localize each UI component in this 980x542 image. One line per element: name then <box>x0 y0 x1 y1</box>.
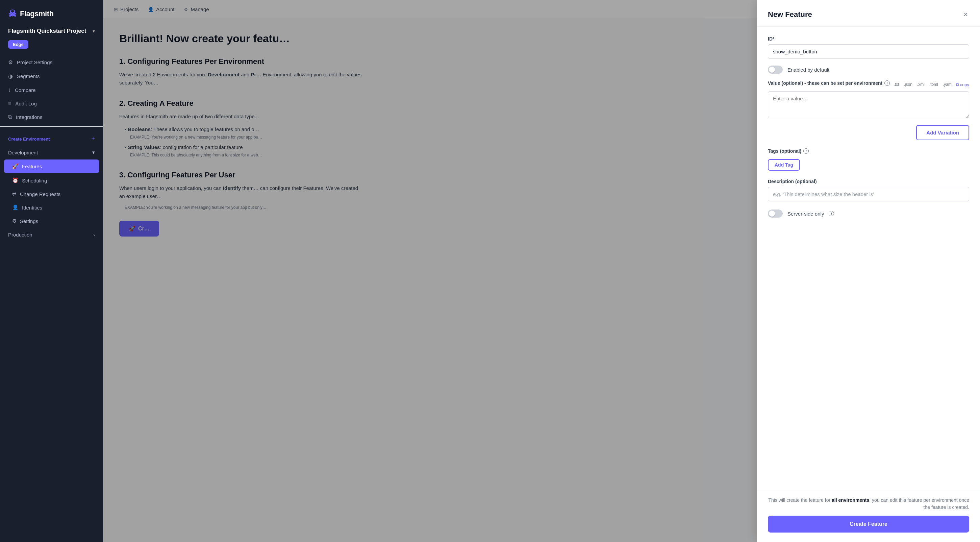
id-field-label: ID* <box>768 36 969 41</box>
id-field-group: ID* <box>768 36 969 59</box>
change-icon: ⇄ <box>12 191 17 197</box>
server-side-toggle-row: Server-side only i <box>768 209 969 218</box>
sidebar-item-label: Integrations <box>16 114 42 120</box>
footer-info: This will create the feature for all env… <box>768 497 969 511</box>
enabled-label: Enabled by default <box>788 67 829 73</box>
enabled-toggle-row: Enabled by default <box>768 65 969 74</box>
sidebar-item-segments[interactable]: ◑ Segments <box>0 69 103 83</box>
close-button[interactable]: × <box>962 10 969 19</box>
create-feature-button[interactable]: Create Feature <box>768 516 969 532</box>
format-toml[interactable]: .toml <box>928 82 940 87</box>
sidebar-item-compare[interactable]: ↕ Compare <box>0 83 103 97</box>
settings-label: Settings <box>20 218 38 224</box>
sidebar-item-label: Segments <box>17 73 40 79</box>
sidebar-item-settings[interactable]: ⚙ Settings <box>0 214 103 228</box>
sidebar: ☠ Flagsmith Flagsmith Quickstart Project… <box>0 0 103 542</box>
chevron-down-icon: ▾ <box>92 29 95 34</box>
features-label: Features <box>22 164 42 169</box>
modal-footer: This will create the feature for all env… <box>757 491 980 542</box>
sidebar-item-label: Audit Log <box>15 101 37 107</box>
chevron-down-icon: ▾ <box>92 149 95 155</box>
server-side-toggle[interactable] <box>768 209 783 218</box>
sidebar-item-label: Compare <box>15 87 36 93</box>
copy-label: copy <box>960 82 969 87</box>
sidebar-item-scheduling[interactable]: ⏰ Scheduling <box>0 174 103 187</box>
project-name: Flagsmith Quickstart Project <box>8 27 86 35</box>
info-icon[interactable]: i <box>885 80 890 86</box>
server-side-label: Server-side only <box>788 211 824 217</box>
modal-header: New Feature × <box>757 0 980 27</box>
scheduling-label: Scheduling <box>22 178 47 183</box>
modal-title: New Feature <box>768 10 812 19</box>
logo-area[interactable]: ☠ Flagsmith <box>0 0 103 26</box>
add-variation-button[interactable]: Add Variation <box>916 125 969 140</box>
clock-icon: ⏰ <box>12 177 19 183</box>
sidebar-item-audit-log[interactable]: ≡ Audit Log <box>0 97 103 110</box>
logo-text: Flagsmith <box>20 10 53 18</box>
plus-icon: + <box>91 136 95 143</box>
main-nav: ⚙ Project Settings ◑ Segments ↕ Compare … <box>0 56 103 124</box>
toggle-thumb <box>769 67 775 73</box>
project-selector[interactable]: Flagsmith Quickstart Project ▾ <box>0 26 103 40</box>
audit-icon: ≡ <box>8 100 11 107</box>
tags-info-icon[interactable]: i <box>803 148 809 154</box>
description-section: Description (optional) <box>768 179 969 201</box>
rocket-icon: 🚀 <box>12 163 19 169</box>
id-input[interactable] <box>768 44 969 59</box>
development-env-group: Development ▾ 🚀 Features ⏰ Scheduling ⇄ … <box>0 146 103 228</box>
server-toggle-thumb <box>769 210 775 217</box>
format-json[interactable]: .json <box>902 82 914 87</box>
sidebar-item-project-settings[interactable]: ⚙ Project Settings <box>0 56 103 69</box>
create-environment-section[interactable]: Create Environment + <box>0 129 103 145</box>
development-label: Development <box>8 150 38 155</box>
new-feature-modal: New Feature × ID* Enabled by default Val… <box>757 0 980 542</box>
enabled-toggle[interactable] <box>768 65 783 74</box>
sidebar-item-identities[interactable]: 👤 Identities <box>0 201 103 214</box>
create-environment-label: Create Environment <box>8 137 50 142</box>
development-env-header[interactable]: Development ▾ <box>0 146 103 159</box>
tags-section: Tags (optional) i Add Tag <box>768 148 969 171</box>
integrations-icon: ⧉ <box>8 114 12 120</box>
add-tag-button[interactable]: Add Tag <box>768 159 800 171</box>
description-label: Description (optional) <box>768 179 969 184</box>
sidebar-item-integrations[interactable]: ⧉ Integrations <box>0 110 103 124</box>
production-label: Production <box>8 232 32 238</box>
sidebar-item-label: Project Settings <box>17 59 52 65</box>
all-environments-text: all environments <box>832 497 869 503</box>
format-xml[interactable]: .xml <box>915 82 926 87</box>
modal-body: ID* Enabled by default Value (optional) … <box>757 27 980 491</box>
gear-icon: ⚙ <box>12 218 17 224</box>
format-yaml[interactable]: .yaml <box>941 82 955 87</box>
description-input[interactable] <box>768 187 969 201</box>
tags-label: Tags (optional) i <box>768 148 969 154</box>
server-info-icon[interactable]: i <box>829 211 834 216</box>
edge-badge[interactable]: Edge <box>8 40 29 49</box>
value-field-group: Value (optional) - these can be set per … <box>768 80 969 120</box>
copy-icon: ⧉ <box>956 82 959 87</box>
compare-icon: ↕ <box>8 87 11 93</box>
change-requests-label: Change Requests <box>20 191 60 197</box>
copy-button[interactable]: ⧉ copy <box>956 82 969 87</box>
logo-icon: ☠ <box>8 8 17 19</box>
format-badges: .txt .json .xml .toml .yaml ⧉ copy <box>892 82 969 87</box>
value-textarea[interactable] <box>768 91 969 118</box>
sidebar-item-features[interactable]: 🚀 Features <box>4 159 99 173</box>
sidebar-item-change-requests[interactable]: ⇄ Change Requests <box>0 187 103 201</box>
settings-icon: ⚙ <box>8 59 13 65</box>
user-icon: 👤 <box>12 204 19 210</box>
format-txt[interactable]: .txt <box>892 82 900 87</box>
production-env-item[interactable]: Production › <box>0 228 103 242</box>
value-field-label: Value (optional) - these can be set per … <box>768 80 890 86</box>
segments-icon: ◑ <box>8 73 13 80</box>
identities-label: Identities <box>22 205 42 210</box>
value-section-header: Value (optional) - these can be set per … <box>768 80 969 89</box>
chevron-right-icon: › <box>93 232 95 238</box>
